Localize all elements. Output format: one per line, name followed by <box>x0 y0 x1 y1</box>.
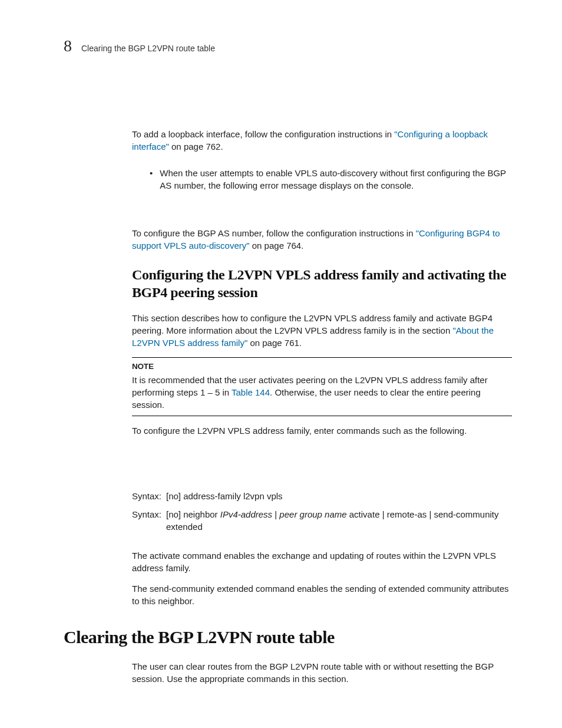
syntax-text: [no] neighbor IPv4-address | peer group … <box>166 508 512 533</box>
config-cmd-intro: To configure the L2VPN VPLS address fami… <box>132 424 512 437</box>
bullet-text: When the user attempts to enable VPLS au… <box>160 167 512 192</box>
clearing-intro: The user can clear routes from the BGP L… <box>132 660 512 685</box>
loopback-paragraph: To add a loopback interface, follow the … <box>132 128 512 153</box>
syntax-segment: | <box>272 509 279 519</box>
syntax-segment: [no] neighbor <box>166 509 220 519</box>
body-text: To configure the BGP AS number, follow t… <box>132 228 416 238</box>
syntax-text: [no] address-family l2vpn vpls <box>166 490 512 502</box>
syntax-italic: peer group name <box>279 509 346 519</box>
bullet-icon: • <box>150 167 153 192</box>
page-header: 8 Clearing the BGP L2VPN route table <box>64 34 512 57</box>
syntax-block: Syntax: [no] address-family l2vpn vpls S… <box>132 490 512 533</box>
table-144-link[interactable]: Table 144 <box>232 387 270 397</box>
section-heading-clearing: Clearing the BGP L2VPN route table <box>64 625 512 650</box>
body-text: on page 764. <box>250 241 304 251</box>
syntax-label: Syntax: <box>132 490 166 502</box>
syntax-label: Syntax: <box>132 508 166 533</box>
note-body: It is recommended that the user activate… <box>132 374 512 411</box>
sendcomm-desc: The send-community extended command enab… <box>132 582 512 607</box>
bullet-item: • When the user attempts to enable VPLS … <box>132 167 512 192</box>
l2vpn-intro-paragraph: This section describes how to configure … <box>132 312 512 349</box>
syntax-row-1: Syntax: [no] address-family l2vpn vpls <box>132 490 512 502</box>
chapter-number: 8 <box>64 34 72 57</box>
note-label: NOTE <box>132 361 512 373</box>
activate-desc: The activate command enables the exchang… <box>132 549 512 574</box>
header-title: Clearing the BGP L2VPN route table <box>81 43 215 55</box>
bgp-as-paragraph: To configure the BGP AS number, follow t… <box>132 227 512 252</box>
body-text: on page 762. <box>169 141 223 151</box>
note-block: NOTE It is recommended that the user act… <box>132 357 512 416</box>
body-text: To add a loopback interface, follow the … <box>132 129 394 139</box>
syntax-italic: IPv4-address <box>220 509 272 519</box>
body-text: This section describes how to configure … <box>132 313 492 335</box>
section-heading-l2vpn: Configuring the L2VPN VPLS address famil… <box>132 266 512 301</box>
syntax-row-2: Syntax: [no] neighbor IPv4-address | pee… <box>132 508 512 533</box>
body-text: on page 761. <box>247 338 302 348</box>
